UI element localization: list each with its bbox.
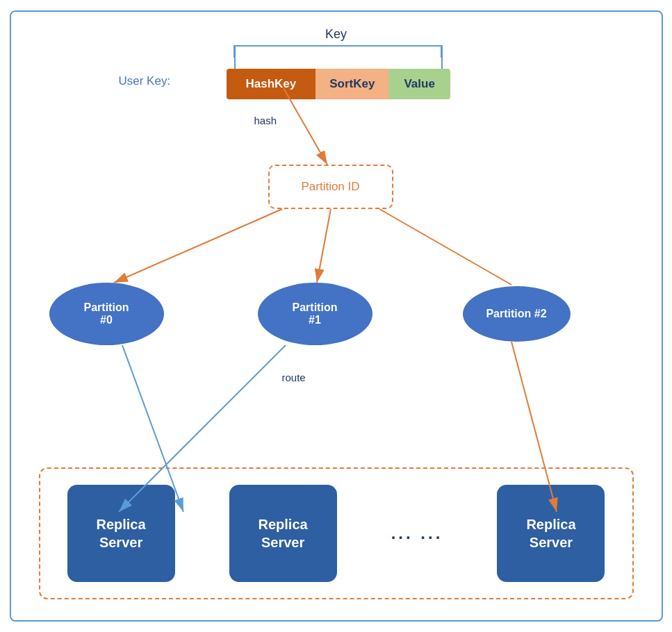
key-label: Key xyxy=(325,27,347,42)
partition-id-text: Partition ID xyxy=(301,180,359,194)
svg-line-5 xyxy=(114,209,282,283)
route-label: route xyxy=(282,372,306,383)
hash-label: hash xyxy=(254,115,277,126)
partition-1: Partition#1 xyxy=(258,283,372,345)
svg-line-4 xyxy=(284,88,327,165)
replica-server-2: ReplicaServer xyxy=(229,485,337,582)
partition-0: Partition#0 xyxy=(49,283,164,345)
key-bracket xyxy=(233,45,442,58)
svg-line-6 xyxy=(317,209,331,283)
replica-server-1: ReplicaServer xyxy=(67,485,175,582)
svg-line-7 xyxy=(379,209,511,285)
replica-server-3: ReplicaServer xyxy=(497,485,605,582)
value-block: Value xyxy=(388,69,450,99)
key-blocks: HashKey SortKey Value xyxy=(227,69,450,99)
dots-label: ... ... xyxy=(391,524,443,543)
hashkey-block: HashKey xyxy=(227,69,316,99)
partition-id-box: Partition ID xyxy=(268,165,393,209)
partition-2: Partition #2 xyxy=(463,286,571,342)
diagram-container: Key User Key: HashKey SortKey Value hash… xyxy=(10,10,663,622)
user-key-label: User Key: xyxy=(119,74,171,88)
replica-container: ReplicaServer ReplicaServer ... ... Repl… xyxy=(39,467,634,599)
sortkey-block: SortKey xyxy=(315,69,388,99)
